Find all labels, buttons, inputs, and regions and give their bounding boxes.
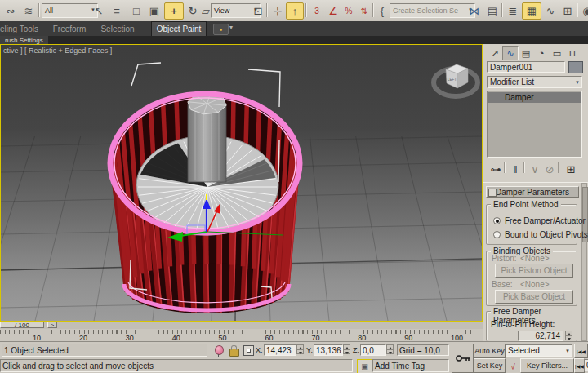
create-tab-icon[interactable]: ↗ <box>487 46 503 60</box>
radio-free-damper[interactable] <box>493 217 501 224</box>
rollout-damper-parameters[interactable]: - Damper Parameters <box>486 186 579 198</box>
current-frame-field[interactable]: 0 <box>584 359 588 371</box>
utilities-tab-icon[interactable]: ⊓ <box>564 46 581 60</box>
pin-stack-icon[interactable]: ⊶ <box>488 161 503 178</box>
set-keys-button[interactable] <box>452 344 474 373</box>
show-end-result-icon[interactable]: ‖ <box>508 161 523 178</box>
go-start-button[interactable]: |◀◀ <box>574 344 588 358</box>
kbd-override-icon[interactable]: ↑ <box>286 2 304 20</box>
curve-editor-icon[interactable]: ∿ <box>541 2 559 20</box>
status-bar: 1 Object Selected X: 14,423 Y: 13,136 Z:… <box>0 341 588 373</box>
named-sets-dropdown[interactable]: Create Selection Se <box>390 3 475 18</box>
schematic-view-icon[interactable]: ⊞ <box>559 2 577 20</box>
y-coord-field[interactable]: 13,136 <box>314 344 343 356</box>
z-spinner[interactable] <box>386 344 394 355</box>
select-manipulate-icon[interactable]: ⊹ <box>270 2 286 20</box>
modifier-list-dropdown[interactable]: Modifier List ▼ <box>487 76 582 88</box>
align-icon[interactable]: ▤ <box>483 2 501 20</box>
radio-free-damper-label[interactable]: Free Damper/Actuator <box>505 216 586 225</box>
radio-bound-pivots-label[interactable]: Bound to Object Pivots <box>505 230 588 239</box>
scene-explorer-icon[interactable]: ▦ <box>522 2 541 20</box>
object-name-field[interactable]: Damper001 <box>487 61 565 73</box>
key-icon <box>456 354 470 362</box>
track-bar[interactable]: 102030405060708090100 <box>0 329 483 341</box>
window-crossing-icon[interactable]: ▣ <box>145 2 163 20</box>
select-object-icon[interactable]: ↖ <box>90 2 108 20</box>
selection-lock-icon[interactable] <box>229 349 239 357</box>
pin-height-spinner[interactable] <box>565 331 572 341</box>
modify-tab-icon[interactable]: ∿ <box>502 46 519 60</box>
selection-status-field: 1 Object Selected <box>2 344 207 357</box>
x-spinner[interactable] <box>296 344 304 355</box>
viewport-label[interactable]: ctive ] [ Realistic + Edged Faces ] <box>3 47 112 55</box>
snap-3d-icon[interactable]: 3 <box>309 2 325 20</box>
unlink-icon[interactable]: ∾ <box>2 2 20 20</box>
hierarchy-tab-icon[interactable]: ▤ <box>518 46 534 60</box>
percent-snap-icon[interactable]: % <box>341 2 357 20</box>
select-scale-icon[interactable]: ▱ <box>201 2 211 20</box>
select-by-name-icon[interactable]: ≡ <box>108 2 126 20</box>
display-tab-icon[interactable]: ▭ <box>549 46 565 60</box>
auto-key-button[interactable]: Auto Key <box>474 344 506 358</box>
tab-label: Object Paint <box>157 24 201 33</box>
stack-item-damper[interactable]: Damper <box>488 92 581 103</box>
motion-tab-icon[interactable]: ◔ <box>533 46 550 60</box>
material-editor-icon[interactable]: ◉ <box>579 2 588 20</box>
time-tag-icon[interactable]: ▣ <box>357 359 372 373</box>
ribbon-minimize-button[interactable]: ● <box>213 24 229 35</box>
remove-modifier-icon[interactable]: ⊘ <box>542 161 557 178</box>
select-move-icon[interactable]: + <box>164 2 184 20</box>
ribbon-caret-icon[interactable]: ▾ <box>229 24 233 31</box>
y-label: Y: <box>306 346 313 354</box>
tab-selection[interactable]: Selection <box>98 21 137 36</box>
key-filters-button[interactable]: Key Filters... <box>520 358 574 373</box>
rect-region-icon[interactable]: □ <box>127 2 145 20</box>
object-color-swatch[interactable] <box>568 61 583 73</box>
y-spinner[interactable] <box>343 344 350 355</box>
mirror-icon[interactable]: ⋈ <box>466 2 483 20</box>
add-time-tag-field[interactable]: Add Time Tag <box>372 359 449 372</box>
select-rotate-icon[interactable]: ↻ <box>184 2 202 20</box>
perspective-viewport[interactable]: LEFT ctive ] [ Realistic + Edged Faces ] <box>0 44 483 322</box>
ribbon-panel-row: rush Settings <box>0 36 588 44</box>
button-label: Set Key <box>477 362 503 370</box>
spinner-snap-icon[interactable]: ⇅ <box>356 2 372 20</box>
time-slider-handle[interactable]: / 100 <box>0 322 44 328</box>
configure-sets-icon[interactable]: ⊞ <box>564 161 578 178</box>
toolbar-separator <box>372 3 373 17</box>
prompt-line: Click and drag to select and move object… <box>0 359 353 372</box>
x-coord-field[interactable]: 14,423 <box>264 344 296 356</box>
tab-object-paint[interactable]: Object Paint <box>151 21 207 36</box>
use-center-icon[interactable]: ⊡ <box>250 2 266 20</box>
transform-typein-icon[interactable] <box>243 345 254 356</box>
radio-bound-pivots[interactable] <box>493 231 501 238</box>
rollout-collapse-icon: - <box>488 189 497 197</box>
pick-piston-button[interactable]: Pick Piston Object <box>495 264 573 278</box>
tab-brush-settings[interactable]: rush Settings <box>0 36 48 44</box>
edit-named-sets-icon[interactable]: { <box>375 2 390 20</box>
pin-height-label: Pin-to-Pin Height: <box>491 320 555 329</box>
tab-label: Freeform <box>53 24 87 33</box>
angle-snap-icon[interactable]: ∠ <box>325 2 341 20</box>
tab-modeling-tools[interactable]: eling Tools <box>0 21 46 36</box>
bind-spacewarp-icon[interactable]: ≋ <box>20 2 38 20</box>
z-coord-field[interactable]: 0,0 <box>360 344 386 356</box>
pick-base-button[interactable]: Pick Base Object <box>495 290 573 304</box>
make-unique-icon[interactable]: ∨ <box>528 161 542 178</box>
tab-label: eling Tools <box>0 24 38 33</box>
rollout-scrollbar[interactable] <box>581 183 587 341</box>
next-frame-button[interactable]: > <box>47 322 57 328</box>
layer-manager-icon[interactable]: ≣ <box>504 2 522 20</box>
modifier-stack-list[interactable]: Damper <box>487 91 582 158</box>
button-label: |◀◀ <box>575 363 584 369</box>
set-key-curve-icon[interactable]: √ <box>506 358 519 373</box>
group-legend: End Point Method <box>491 200 561 209</box>
tab-freeform[interactable]: Freeform <box>51 21 88 36</box>
isolate-selection-icon[interactable] <box>215 345 224 355</box>
rollout-title: Damper Parameters <box>496 188 569 197</box>
pin-height-field[interactable]: 62,714 <box>518 331 564 341</box>
set-key-button[interactable]: Set Key <box>474 358 506 373</box>
selection-set-dropdown[interactable]: Selected ▼ <box>506 344 572 357</box>
x-coord-value: 14,423 <box>266 346 292 355</box>
x-label: X: <box>256 346 263 354</box>
